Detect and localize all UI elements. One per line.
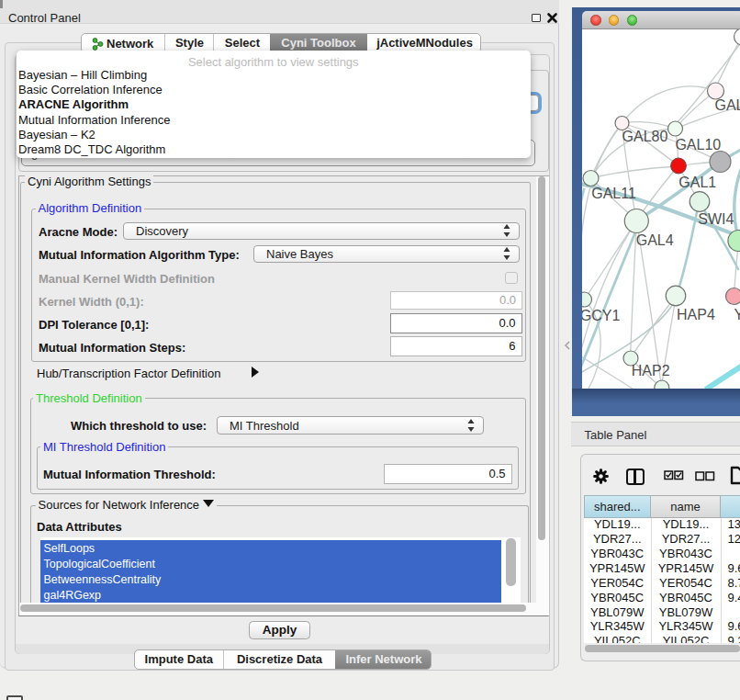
svg-text:YJ: YJ (734, 307, 740, 322)
svg-text:GAL4: GAL4 (635, 232, 673, 248)
svg-text:GAL1: GAL1 (678, 175, 716, 190)
svg-text:SWI4: SWI4 (698, 211, 734, 227)
svg-text:HAP2: HAP2 (631, 363, 669, 378)
svg-text:GAL80: GAL80 (622, 129, 667, 144)
svg-text:GAL10: GAL10 (675, 137, 721, 152)
svg-text:HAP4: HAP4 (677, 307, 715, 322)
svg-text:GAL7: GAL7 (714, 97, 740, 113)
svg-text:GCY1: GCY1 (582, 308, 620, 323)
svg-text:GAL11: GAL11 (591, 186, 636, 201)
